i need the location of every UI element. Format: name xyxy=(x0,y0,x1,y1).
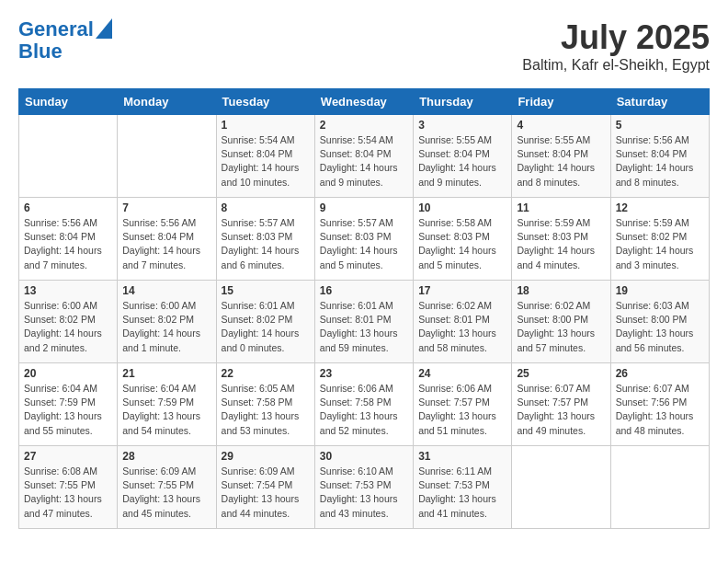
day-info: Sunrise: 5:57 AM Sunset: 8:03 PM Dayligh… xyxy=(320,216,408,272)
day-info: Sunrise: 6:00 AM Sunset: 8:02 PM Dayligh… xyxy=(24,299,112,355)
week-row-3: 13Sunrise: 6:00 AM Sunset: 8:02 PM Dayli… xyxy=(19,281,710,363)
day-number: 4 xyxy=(517,119,605,132)
logo-icon xyxy=(96,18,112,39)
day-info: Sunrise: 6:04 AM Sunset: 7:59 PM Dayligh… xyxy=(24,382,112,438)
day-number: 1 xyxy=(222,119,310,132)
calendar-cell: 14Sunrise: 6:00 AM Sunset: 8:02 PM Dayli… xyxy=(118,281,216,363)
day-info: Sunrise: 6:01 AM Sunset: 8:02 PM Dayligh… xyxy=(222,299,310,355)
header-friday: Friday xyxy=(512,89,610,115)
calendar-cell xyxy=(19,115,118,198)
day-number: 30 xyxy=(320,450,408,463)
day-info: Sunrise: 6:09 AM Sunset: 7:55 PM Dayligh… xyxy=(122,465,210,521)
day-info: Sunrise: 5:54 AM Sunset: 8:04 PM Dayligh… xyxy=(320,133,408,190)
day-info: Sunrise: 5:56 AM Sunset: 8:04 PM Dayligh… xyxy=(122,216,210,272)
day-info: Sunrise: 6:00 AM Sunset: 8:02 PM Dayligh… xyxy=(122,299,210,355)
day-info: Sunrise: 5:54 AM Sunset: 8:04 PM Dayligh… xyxy=(222,133,310,190)
calendar-header-row: SundayMondayTuesdayWednesdayThursdayFrid… xyxy=(19,89,710,115)
header-wednesday: Wednesday xyxy=(314,89,413,115)
header-thursday: Thursday xyxy=(414,89,512,115)
calendar-cell: 31Sunrise: 6:11 AM Sunset: 7:53 PM Dayli… xyxy=(414,446,512,529)
calendar-cell: 24Sunrise: 6:06 AM Sunset: 7:57 PM Dayli… xyxy=(414,363,512,446)
location-title: Baltim, Kafr el-Sheikh, Egypt xyxy=(522,57,710,74)
calendar-cell xyxy=(610,446,709,529)
svg-marker-0 xyxy=(96,18,112,39)
page-header: General Blue July 2025 Baltim, Kafr el-S… xyxy=(18,18,710,74)
day-info: Sunrise: 6:06 AM Sunset: 7:58 PM Dayligh… xyxy=(320,382,408,438)
day-info: Sunrise: 5:58 AM Sunset: 8:03 PM Dayligh… xyxy=(418,216,506,272)
day-number: 29 xyxy=(222,450,310,463)
header-monday: Monday xyxy=(118,89,216,115)
logo-text: General xyxy=(18,18,94,40)
day-info: Sunrise: 6:10 AM Sunset: 7:53 PM Dayligh… xyxy=(320,465,408,521)
day-number: 16 xyxy=(320,284,408,297)
day-number: 8 xyxy=(222,201,310,214)
week-row-1: 1Sunrise: 5:54 AM Sunset: 8:04 PM Daylig… xyxy=(19,115,710,198)
day-number: 24 xyxy=(418,367,506,380)
day-number: 11 xyxy=(517,201,605,214)
day-number: 31 xyxy=(418,450,506,463)
day-number: 25 xyxy=(517,367,605,380)
day-info: Sunrise: 6:08 AM Sunset: 7:55 PM Dayligh… xyxy=(24,465,112,521)
logo-blue: Blue xyxy=(18,40,63,63)
day-info: Sunrise: 6:06 AM Sunset: 7:57 PM Dayligh… xyxy=(418,382,506,438)
day-number: 12 xyxy=(616,201,704,214)
day-info: Sunrise: 6:05 AM Sunset: 7:58 PM Dayligh… xyxy=(222,382,310,438)
day-info: Sunrise: 6:09 AM Sunset: 7:54 PM Dayligh… xyxy=(222,465,310,521)
day-number: 5 xyxy=(616,119,704,132)
calendar-cell: 2Sunrise: 5:54 AM Sunset: 8:04 PM Daylig… xyxy=(314,115,413,198)
calendar-cell: 22Sunrise: 6:05 AM Sunset: 7:58 PM Dayli… xyxy=(216,363,314,446)
calendar-cell: 13Sunrise: 6:00 AM Sunset: 8:02 PM Dayli… xyxy=(19,281,118,363)
calendar-cell: 27Sunrise: 6:08 AM Sunset: 7:55 PM Dayli… xyxy=(19,446,118,529)
day-number: 28 xyxy=(122,450,210,463)
calendar-cell: 18Sunrise: 6:02 AM Sunset: 8:00 PM Dayli… xyxy=(512,281,610,363)
calendar-cell: 16Sunrise: 6:01 AM Sunset: 8:01 PM Dayli… xyxy=(314,281,413,363)
calendar-cell: 15Sunrise: 6:01 AM Sunset: 8:02 PM Dayli… xyxy=(216,281,314,363)
day-number: 9 xyxy=(320,201,408,214)
day-info: Sunrise: 6:11 AM Sunset: 7:53 PM Dayligh… xyxy=(418,465,506,521)
day-info: Sunrise: 6:03 AM Sunset: 8:00 PM Dayligh… xyxy=(616,299,704,355)
day-number: 20 xyxy=(24,367,112,380)
calendar-cell: 17Sunrise: 6:02 AM Sunset: 8:01 PM Dayli… xyxy=(414,281,512,363)
day-info: Sunrise: 5:57 AM Sunset: 8:03 PM Dayligh… xyxy=(222,216,310,272)
day-number: 3 xyxy=(418,119,506,132)
calendar-cell: 29Sunrise: 6:09 AM Sunset: 7:54 PM Dayli… xyxy=(216,446,314,529)
title-block: July 2025 Baltim, Kafr el-Sheikh, Egypt xyxy=(522,18,710,74)
day-number: 7 xyxy=(122,201,210,214)
calendar-cell: 3Sunrise: 5:55 AM Sunset: 8:04 PM Daylig… xyxy=(414,115,512,198)
day-number: 22 xyxy=(222,367,310,380)
day-info: Sunrise: 5:59 AM Sunset: 8:02 PM Dayligh… xyxy=(616,216,704,272)
day-number: 27 xyxy=(24,450,112,463)
calendar-cell: 19Sunrise: 6:03 AM Sunset: 8:00 PM Dayli… xyxy=(610,281,709,363)
calendar-cell: 11Sunrise: 5:59 AM Sunset: 8:03 PM Dayli… xyxy=(512,198,610,281)
day-info: Sunrise: 6:02 AM Sunset: 8:00 PM Dayligh… xyxy=(517,299,605,355)
day-number: 14 xyxy=(122,284,210,297)
day-number: 15 xyxy=(222,284,310,297)
header-sunday: Sunday xyxy=(19,89,118,115)
day-info: Sunrise: 5:56 AM Sunset: 8:04 PM Dayligh… xyxy=(24,216,112,272)
calendar-cell: 23Sunrise: 6:06 AM Sunset: 7:58 PM Dayli… xyxy=(314,363,413,446)
week-row-2: 6Sunrise: 5:56 AM Sunset: 8:04 PM Daylig… xyxy=(19,198,710,281)
day-number: 2 xyxy=(320,119,408,132)
calendar-cell: 10Sunrise: 5:58 AM Sunset: 8:03 PM Dayli… xyxy=(414,198,512,281)
calendar-cell: 20Sunrise: 6:04 AM Sunset: 7:59 PM Dayli… xyxy=(19,363,118,446)
calendar-cell xyxy=(512,446,610,529)
day-number: 23 xyxy=(320,367,408,380)
calendar-cell: 25Sunrise: 6:07 AM Sunset: 7:57 PM Dayli… xyxy=(512,363,610,446)
day-info: Sunrise: 6:01 AM Sunset: 8:01 PM Dayligh… xyxy=(320,299,408,355)
calendar-cell: 7Sunrise: 5:56 AM Sunset: 8:04 PM Daylig… xyxy=(118,198,216,281)
day-number: 18 xyxy=(517,284,605,297)
day-info: Sunrise: 6:04 AM Sunset: 7:59 PM Dayligh… xyxy=(122,382,210,438)
day-info: Sunrise: 5:55 AM Sunset: 8:04 PM Dayligh… xyxy=(517,133,605,190)
calendar-cell: 5Sunrise: 5:56 AM Sunset: 8:04 PM Daylig… xyxy=(610,115,709,198)
day-info: Sunrise: 5:56 AM Sunset: 8:04 PM Dayligh… xyxy=(616,133,704,190)
day-number: 19 xyxy=(616,284,704,297)
day-number: 6 xyxy=(24,201,112,214)
calendar-cell: 9Sunrise: 5:57 AM Sunset: 8:03 PM Daylig… xyxy=(314,198,413,281)
logo: General Blue xyxy=(18,18,112,63)
calendar-cell: 6Sunrise: 5:56 AM Sunset: 8:04 PM Daylig… xyxy=(19,198,118,281)
calendar-cell: 26Sunrise: 6:07 AM Sunset: 7:56 PM Dayli… xyxy=(610,363,709,446)
week-row-4: 20Sunrise: 6:04 AM Sunset: 7:59 PM Dayli… xyxy=(19,363,710,446)
calendar-cell: 8Sunrise: 5:57 AM Sunset: 8:03 PM Daylig… xyxy=(216,198,314,281)
calendar-cell: 21Sunrise: 6:04 AM Sunset: 7:59 PM Dayli… xyxy=(118,363,216,446)
day-info: Sunrise: 6:02 AM Sunset: 8:01 PM Dayligh… xyxy=(418,299,506,355)
